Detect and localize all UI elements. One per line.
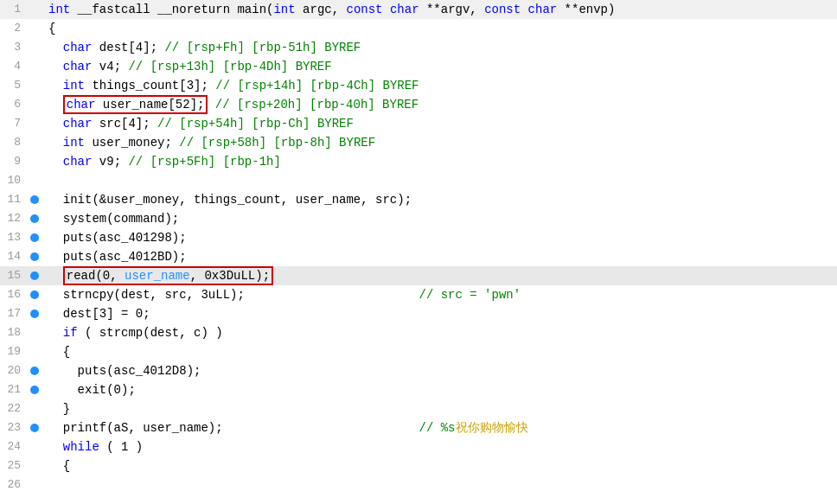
breakpoint-dot: [30, 271, 39, 280]
breakpoint-dot: [30, 233, 39, 242]
code-text: read(0, user_name, 0x3DuLL);: [42, 266, 837, 285]
code-text: {: [42, 456, 837, 475]
code-text: char src[4]; // [rsp+54h] [rbp-Ch] BYREF: [42, 114, 837, 133]
code-line: 8 int user_money; // [rsp+58h] [rbp-8h] …: [0, 133, 837, 152]
breakpoint-dot: [30, 214, 39, 223]
line-number: 4: [0, 57, 28, 76]
line-number: 7: [0, 114, 28, 133]
line-number: 6: [0, 95, 28, 114]
code-text: while ( 1 ): [42, 437, 837, 456]
breakpoint-area[interactable]: [28, 290, 42, 299]
line-number: 19: [0, 342, 28, 361]
breakpoint-dot: [30, 290, 39, 299]
code-line: 14 puts(asc_4012BD);: [0, 247, 837, 266]
code-line: 9 char v9; // [rsp+5Fh] [rbp-1h]: [0, 152, 837, 171]
code-line: 15 read(0, user_name, 0x3DuLL);: [0, 266, 837, 285]
code-text: char dest[4]; // [rsp+Fh] [rbp-51h] BYRE…: [42, 38, 837, 57]
line-number: 2: [0, 19, 28, 38]
breakpoint-dot: [30, 252, 39, 261]
breakpoint-area[interactable]: [28, 367, 42, 375]
code-text: init(&user_money, things_count, user_nam…: [42, 190, 837, 209]
code-line: 13 puts(asc_401298);: [0, 228, 837, 247]
line-number: 21: [0, 380, 28, 399]
breakpoint-area[interactable]: [28, 386, 42, 394]
breakpoint-area[interactable]: [28, 195, 42, 204]
line-number: 1: [0, 0, 28, 19]
line-number: 16: [0, 285, 28, 304]
code-text: {: [42, 342, 837, 361]
line-number: 25: [0, 456, 28, 475]
code-text: int things_count[3]; // [rsp+14h] [rbp-4…: [42, 76, 837, 95]
code-line: 2{: [0, 19, 837, 38]
line-number: 11: [0, 190, 28, 209]
code-line: 16 strncpy(dest, src, 3uLL); // src = 'p…: [0, 285, 837, 304]
code-line: 3 char dest[4]; // [rsp+Fh] [rbp-51h] BY…: [0, 38, 837, 57]
line-number: 8: [0, 133, 28, 152]
code-line: 24 while ( 1 ): [0, 437, 837, 456]
code-line: 1int __fastcall __noreturn main(int argc…: [0, 0, 837, 19]
breakpoint-area[interactable]: [28, 309, 42, 318]
breakpoint-dot: [30, 386, 39, 394]
breakpoint-area[interactable]: [28, 214, 42, 223]
code-line: 7 char src[4]; // [rsp+54h] [rbp-Ch] BYR…: [0, 114, 837, 133]
code-text: exit(0);: [42, 380, 837, 399]
code-text: if ( strcmp(dest, c) ): [42, 323, 837, 342]
code-text: int user_money; // [rsp+58h] [rbp-8h] BY…: [42, 133, 837, 152]
code-text: char user_name[52]; // [rsp+20h] [rbp-40…: [42, 95, 837, 114]
code-text: char v9; // [rsp+5Fh] [rbp-1h]: [42, 152, 837, 171]
line-number: 18: [0, 323, 28, 342]
code-line: 23 printf(aS, user_name); // %s祝你购物愉快: [0, 418, 837, 437]
code-text: puts(asc_401298);: [42, 228, 837, 247]
code-line: 6 char user_name[52]; // [rsp+20h] [rbp-…: [0, 95, 837, 114]
breakpoint-area[interactable]: [28, 233, 42, 242]
line-number: 23: [0, 418, 28, 437]
code-line: 22 }: [0, 399, 837, 418]
line-number: 26: [0, 475, 28, 494]
code-viewer: 1int __fastcall __noreturn main(int argc…: [0, 0, 837, 504]
code-line: 11 init(&user_money, things_count, user_…: [0, 190, 837, 209]
line-number: 3: [0, 38, 28, 57]
line-number: 9: [0, 152, 28, 171]
code-line: 12 system(command);: [0, 209, 837, 228]
code-text: strncpy(dest, src, 3uLL); // src = 'pwn': [42, 285, 837, 304]
code-text: system(command);: [42, 209, 837, 228]
code-line: 25 {: [0, 456, 837, 475]
line-number: 22: [0, 399, 28, 418]
line-number: 5: [0, 76, 28, 95]
code-line: 5 int things_count[3]; // [rsp+14h] [rbp…: [0, 76, 837, 95]
code-text: puts(asc_4012BD);: [42, 247, 837, 266]
code-text: printf(aS, user_name); // %s祝你购物愉快: [42, 418, 837, 437]
code-text: }: [42, 399, 837, 418]
code-text: int __fastcall __noreturn main(int argc,…: [42, 0, 837, 19]
code-text: puts(asc_4012D8);: [42, 361, 837, 380]
line-number: 15: [0, 266, 28, 285]
code-line: 26: [0, 475, 837, 494]
code-text: char v4; // [rsp+13h] [rbp-4Dh] BYREF: [42, 57, 837, 76]
line-number: 20: [0, 361, 28, 380]
line-number: 14: [0, 247, 28, 266]
line-number: 10: [0, 171, 28, 190]
code-line: 18 if ( strcmp(dest, c) ): [0, 323, 837, 342]
breakpoint-dot: [30, 195, 39, 204]
code-line: 4 char v4; // [rsp+13h] [rbp-4Dh] BYREF: [0, 57, 837, 76]
line-number: 17: [0, 304, 28, 323]
breakpoint-area[interactable]: [28, 271, 42, 280]
line-number: 24: [0, 437, 28, 456]
code-line: 10: [0, 171, 837, 190]
code-line: 21 exit(0);: [0, 380, 837, 399]
code-line: 17 dest[3] = 0;: [0, 304, 837, 323]
code-line: 20 puts(asc_4012D8);: [0, 361, 837, 380]
breakpoint-area[interactable]: [28, 424, 42, 432]
code-text: {: [42, 19, 837, 38]
code-line: 19 {: [0, 342, 837, 361]
breakpoint-area[interactable]: [28, 252, 42, 261]
code-text: dest[3] = 0;: [42, 304, 837, 323]
breakpoint-dot: [30, 309, 39, 318]
line-number: 12: [0, 209, 28, 228]
line-number: 13: [0, 228, 28, 247]
breakpoint-dot: [30, 424, 39, 432]
breakpoint-dot: [30, 367, 39, 375]
